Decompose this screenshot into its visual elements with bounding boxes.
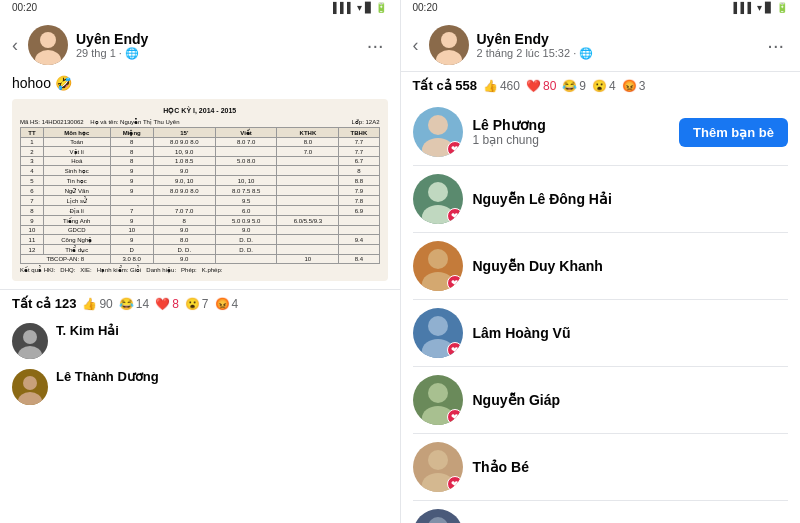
right-post-header: ‹ Uyên Endy 2 tháng 2 lúc 15:32 · 🌐 ··· [401, 15, 801, 71]
svg-point-1 [35, 50, 61, 65]
friend-name-5: Thảo Bé [473, 459, 789, 475]
left-haha-reaction[interactable]: 😂 14 [119, 297, 149, 311]
right-post-meta: 2 tháng 2 lúc 15:32 · 🌐 [477, 47, 756, 60]
friend-name-4: Nguyễn Giáp [473, 392, 789, 408]
friend-item-1: ❤ Nguyễn Lê Đông Hải [401, 166, 801, 232]
right-total-reactions[interactable]: Tất cả 558 [413, 78, 477, 93]
left-post-header: ‹ Uyên Endy 29 thg 1 · 🌐 ··· [0, 15, 400, 71]
right-haha-reaction[interactable]: 😂 9 [562, 79, 586, 93]
left-time: 00:20 [12, 2, 37, 13]
back-button-left[interactable]: ‹ [12, 35, 18, 56]
grade-table-title: HỌC KỲ I, 2014 - 2015 [20, 107, 380, 115]
svg-point-14 [428, 316, 448, 336]
right-reactions-bar[interactable]: Tất cả 558 👍 460 ❤️ 80 😂 9 😮 4 😡 3 [401, 71, 801, 99]
left-reactions-bar[interactable]: Tất cả 123 👍 90 😂 14 ❤️ 8 😮 7 😡 4 [0, 289, 400, 317]
svg-point-7 [436, 50, 462, 65]
table-row: 9Tiếng Anh985.0 0.9 5.06.0/5.5/9.3 [21, 216, 380, 226]
right-signal: ▌▌▌ ▾ ▊ 🔋 [733, 2, 788, 13]
table-row: 11Công Nghệ98.0D. D.9.4 [21, 235, 380, 245]
table-row: 5Tin học99.0, 1010, 108.8 [21, 176, 380, 186]
friend-info-2: Nguyễn Duy Khanh [473, 258, 789, 274]
left-panel: 00:20 ▌▌▌ ▾ ▊ 🔋 ‹ Uyên Endy 29 thg 1 · 🌐… [0, 0, 401, 523]
comment-info-2: Lê Thành Dương [56, 369, 159, 384]
friend-item-3: ❤ Lâm Hoàng Vũ [401, 300, 801, 366]
grade-table: TT Môn học Miệng 15' Viết KTHK TBHK 1Toá… [20, 127, 380, 264]
left-angry-reaction[interactable]: 😡 4 [215, 297, 239, 311]
svg-point-8 [428, 115, 448, 135]
table-row: 4Sinh học99.08 [21, 166, 380, 176]
friend-name-3: Lâm Hoàng Vũ [473, 325, 789, 341]
grade-footer: Kết quả HKI: DHQ: XIE: Hạnh kiểm: Giỏi D… [20, 266, 380, 273]
more-button-right[interactable]: ··· [763, 34, 788, 57]
table-row: 7Lịch sử9.57.8 [21, 196, 380, 206]
table-row: 8Địa lí77.0 7.06.06.9 [21, 206, 380, 216]
right-like-reaction[interactable]: 👍 460 [483, 79, 520, 93]
right-angry-reaction[interactable]: 😡 3 [622, 79, 646, 93]
more-button-left[interactable]: ··· [363, 34, 388, 57]
friends-list: ❤ Lê Phương 1 bạn chung Thêm bạn bè ❤ Ng… [401, 99, 801, 523]
right-panel: 00:20 ▌▌▌ ▾ ▊ 🔋 ‹ Uyên Endy 2 tháng 2 lú… [401, 0, 801, 523]
left-signal: ▌▌▌ ▾ ▊ 🔋 [333, 2, 388, 13]
friend-item-5: ❤ Thảo Bé [401, 434, 801, 500]
svg-point-16 [428, 383, 448, 403]
left-header-info: Uyên Endy 29 thg 1 · 🌐 [76, 31, 355, 60]
friend-avatar-6: ❤ [413, 509, 463, 523]
comment-item-1: T. Kim Hải [12, 323, 388, 359]
left-status-bar: 00:20 ▌▌▌ ▾ ▊ 🔋 [0, 0, 400, 15]
right-username: Uyên Endy [477, 31, 756, 47]
table-row: 1Toán88.0 9.0 8.08.0 7.08.07.7 [21, 138, 380, 147]
friend-item-0: ❤ Lê Phương 1 bạn chung Thêm bạn bè [401, 99, 801, 165]
left-like-reaction[interactable]: 👍 90 [82, 297, 112, 311]
friend-name-1: Nguyễn Lê Đông Hải [473, 191, 789, 207]
grade-table-subtitle: Mã HS: 14HD02130062 Họ và tên: Nguyễn Th… [20, 118, 380, 125]
friend-info-4: Nguyễn Giáp [473, 392, 789, 408]
left-post-text: hohoo 🤣 [0, 71, 400, 99]
heart-badge-5: ❤ [447, 476, 463, 492]
svg-point-2 [23, 330, 37, 344]
table-row: 10GDCD109.09.0 [21, 226, 380, 235]
heart-badge-3: ❤ [447, 342, 463, 358]
right-heart-reaction[interactable]: ❤️ 80 [526, 79, 556, 93]
svg-point-18 [428, 450, 448, 470]
comment-avatar-1 [12, 323, 48, 359]
svg-point-12 [428, 249, 448, 269]
svg-point-10 [428, 182, 448, 202]
comment-avatar-2 [12, 369, 48, 405]
table-row: 6Ngữ Văn98.0 9.0 8.08.0 7.5 8.57.9 [21, 186, 380, 196]
friend-avatar-4: ❤ [413, 375, 463, 425]
heart-badge-2: ❤ [447, 275, 463, 291]
comment-name-1: T. Kim Hải [56, 323, 119, 338]
left-comment-list: T. Kim Hải Lê Thành Dương [0, 317, 400, 523]
friend-item-4: ❤ Nguyễn Giáp [401, 367, 801, 433]
friend-item-2: ❤ Nguyễn Duy Khanh [401, 233, 801, 299]
svg-point-6 [441, 32, 457, 48]
svg-point-4 [23, 376, 37, 390]
table-row: 3Hoá81.0 8.55.0 8.06.7 [21, 157, 380, 166]
friend-avatar-0: ❤ [413, 107, 463, 157]
left-username: Uyên Endy [76, 31, 355, 47]
friend-avatar-5: ❤ [413, 442, 463, 492]
friend-name-2: Nguyễn Duy Khanh [473, 258, 789, 274]
left-post-meta: 29 thg 1 · 🌐 [76, 47, 355, 60]
left-avatar [28, 25, 68, 65]
table-row: 2Vật lí810, 9.07.07.7 [21, 147, 380, 157]
friend-avatar-1: ❤ [413, 174, 463, 224]
friend-info-0: Lê Phương 1 bạn chung [473, 117, 670, 147]
back-button-right[interactable]: ‹ [413, 35, 419, 56]
mutual-0: 1 bạn chung [473, 133, 670, 147]
comment-name-2: Lê Thành Dương [56, 369, 159, 384]
left-heart-reaction[interactable]: ❤️ 8 [155, 297, 179, 311]
left-wow-reaction[interactable]: 😮 7 [185, 297, 209, 311]
right-time: 00:20 [413, 2, 438, 13]
add-friend-button-0[interactable]: Thêm bạn bè [679, 118, 788, 147]
right-wow-reaction[interactable]: 😮 4 [592, 79, 616, 93]
svg-point-5 [18, 392, 42, 405]
right-header-info: Uyên Endy 2 tháng 2 lúc 15:32 · 🌐 [477, 31, 756, 60]
grade-table-image: HỌC KỲ I, 2014 - 2015 Mã HS: 14HD0213006… [12, 99, 388, 281]
friend-info-5: Thảo Bé [473, 459, 789, 475]
friend-info-1: Nguyễn Lê Đông Hải [473, 191, 789, 207]
friend-avatar-2: ❤ [413, 241, 463, 291]
table-row: TBCOP-AN: 83.0 8.09.0108.4 [21, 255, 380, 264]
left-total-reactions[interactable]: Tất cả 123 [12, 296, 76, 311]
friend-name-0: Lê Phương [473, 117, 670, 133]
